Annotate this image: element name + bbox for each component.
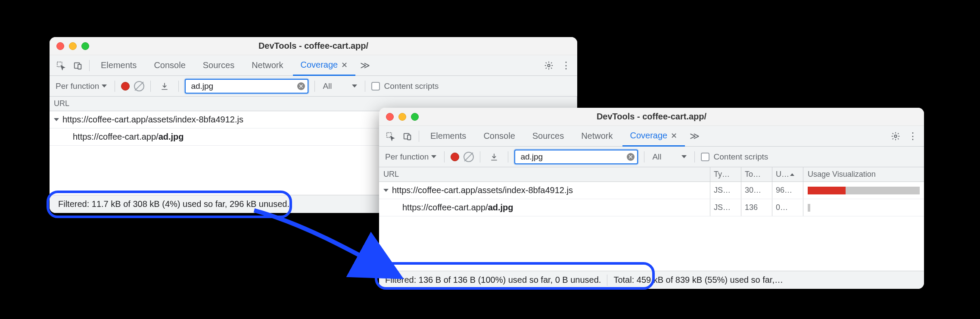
row-total: 30…: [741, 182, 772, 199]
type-filter-label: All: [323, 81, 332, 91]
zoom-window-button[interactable]: [81, 42, 89, 50]
settings-icon[interactable]: [888, 128, 903, 144]
granularity-select[interactable]: Per function: [383, 152, 438, 162]
coverage-toolbar: Per function ✕ All Content scripts: [50, 76, 577, 97]
table-header: URL Ty… To… U… Usage Visualization: [379, 167, 924, 182]
tab-elements[interactable]: Elements: [423, 126, 474, 146]
close-icon[interactable]: ✕: [671, 131, 677, 141]
tab-elements[interactable]: Elements: [93, 55, 144, 75]
url-filter-input[interactable]: ✕: [185, 79, 308, 94]
content-scripts-checkbox[interactable]: [371, 82, 380, 91]
url-filter-field[interactable]: [190, 81, 294, 91]
tabbar: Elements Console Sources Network Coverag…: [379, 126, 924, 147]
content-scripts-label[interactable]: Content scripts: [714, 152, 768, 162]
tab-sources[interactable]: Sources: [525, 126, 572, 146]
row-url-match: ad.jpg: [488, 203, 513, 213]
separator: [480, 151, 480, 163]
col-total[interactable]: To…: [741, 167, 772, 181]
separator: [694, 151, 695, 163]
tab-coverage[interactable]: Coverage ✕: [293, 56, 356, 76]
granularity-label: Per function: [385, 152, 429, 162]
close-window-button[interactable]: [56, 42, 64, 50]
tab-sources[interactable]: Sources: [195, 55, 242, 75]
chevron-down-icon: [102, 84, 107, 88]
tab-coverage[interactable]: Coverage ✕: [622, 126, 685, 147]
separator: [89, 60, 90, 71]
record-button[interactable]: [121, 82, 130, 91]
svg-rect-2: [78, 64, 81, 69]
inspect-icon[interactable]: [53, 58, 68, 73]
svg-point-7: [894, 135, 897, 138]
row-viz: [803, 199, 924, 216]
kebab-menu-icon[interactable]: ⋮: [905, 128, 921, 144]
usage-bar: [808, 204, 810, 212]
tab-coverage-label: Coverage: [301, 60, 338, 70]
tab-console[interactable]: Console: [146, 55, 193, 75]
status-filtered: Filtered: 11.7 kB of 308 kB (4%) used so…: [56, 195, 292, 213]
minimize-window-button[interactable]: [69, 42, 77, 50]
granularity-select[interactable]: Per function: [54, 81, 109, 91]
row-type: JS…: [710, 182, 741, 199]
more-tabs-icon[interactable]: ≫: [687, 128, 702, 144]
table-row[interactable]: https://coffee-cart.app/ad.jpg JS… 136 0…: [379, 199, 924, 216]
clear-filter-icon[interactable]: ✕: [627, 153, 635, 161]
separator: [314, 81, 315, 92]
tab-network[interactable]: Network: [573, 126, 620, 146]
row-url-match: ad.jpg: [159, 132, 184, 142]
minimize-window-button[interactable]: [398, 113, 406, 121]
content-scripts-label[interactable]: Content scripts: [384, 81, 439, 91]
export-icon[interactable]: [157, 78, 172, 94]
device-mode-icon[interactable]: [400, 128, 415, 144]
inspect-icon[interactable]: [383, 128, 398, 144]
row-url-prefix: https://coffee-cart.app/: [73, 132, 159, 142]
clear-button[interactable]: [134, 81, 144, 91]
more-tabs-icon[interactable]: ≫: [357, 58, 373, 73]
col-unused-label: U…: [776, 170, 789, 179]
url-filter-field[interactable]: [520, 152, 623, 162]
coverage-rows: https://coffee-cart.app/assets/index-8bf…: [379, 182, 924, 271]
separator: [365, 81, 365, 92]
content-scripts-checkbox[interactable]: [701, 153, 709, 161]
clear-button[interactable]: [464, 152, 474, 162]
type-filter-select[interactable]: All: [650, 152, 688, 162]
kebab-menu-icon[interactable]: ⋮: [558, 58, 574, 73]
coverage-toolbar: Per function ✕ All Content scripts: [379, 147, 924, 167]
col-viz[interactable]: Usage Visualization: [803, 167, 924, 181]
zoom-window-button[interactable]: [411, 113, 419, 121]
row-url-prefix: https://coffee-cart.app/: [402, 203, 488, 213]
window-title: DevTools - coffee-cart.app/: [379, 112, 924, 122]
col-url[interactable]: URL: [379, 167, 710, 181]
window-title: DevTools - coffee-cart.app/: [50, 41, 577, 51]
clear-filter-icon[interactable]: ✕: [297, 82, 305, 90]
svg-point-3: [548, 64, 550, 67]
chevron-down-icon: [681, 155, 687, 158]
separator: [115, 81, 115, 92]
chevron-down-icon: [352, 84, 357, 88]
export-icon[interactable]: [486, 149, 502, 165]
tab-console[interactable]: Console: [476, 126, 523, 146]
url-filter-input[interactable]: ✕: [514, 150, 638, 164]
close-window-button[interactable]: [386, 113, 394, 121]
close-icon[interactable]: ✕: [341, 60, 348, 70]
chevron-down-icon: [431, 155, 436, 158]
row-type: JS…: [710, 199, 741, 216]
separator: [150, 81, 151, 92]
expander-icon[interactable]: [54, 118, 59, 121]
device-mode-icon[interactable]: [70, 58, 86, 73]
record-button[interactable]: [451, 153, 459, 161]
expander-icon[interactable]: [383, 189, 389, 192]
row-unused: 96…: [772, 182, 803, 199]
col-type[interactable]: Ty…: [710, 167, 741, 181]
type-filter-select[interactable]: All: [321, 81, 358, 91]
titlebar: DevTools - coffee-cart.app/: [50, 37, 577, 55]
col-unused[interactable]: U…: [772, 167, 803, 181]
traffic-lights: [50, 42, 89, 50]
separator: [178, 81, 179, 92]
settings-icon[interactable]: [541, 58, 557, 73]
separator: [444, 151, 445, 163]
row-unused: 0…: [772, 199, 803, 216]
devtools-window-b: DevTools - coffee-cart.app/ Elements Con…: [379, 108, 924, 289]
table-row[interactable]: https://coffee-cart.app/assets/index-8bf…: [379, 182, 924, 199]
separator: [508, 151, 508, 163]
tab-network[interactable]: Network: [244, 55, 291, 75]
